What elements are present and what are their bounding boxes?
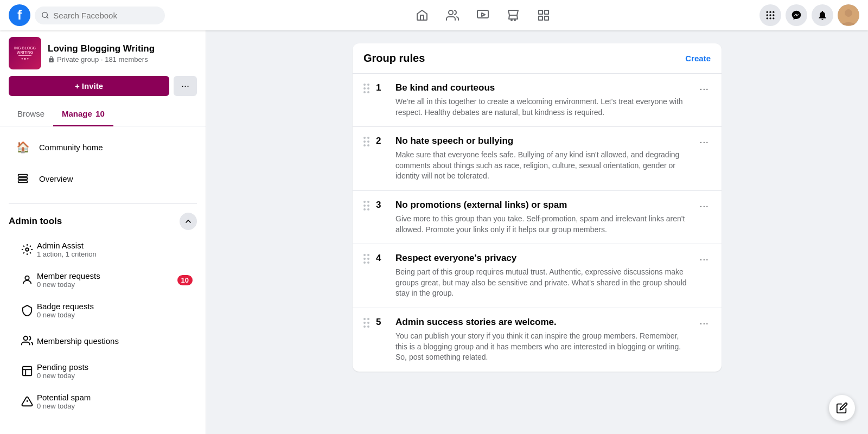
watch-nav-btn[interactable]: [470, 2, 496, 28]
svg-point-14: [767, 14, 768, 16]
admin-item-badge-requests[interactable]: Badge requests 0 new today: [4, 296, 201, 324]
membership-questions-content: Membership questions: [37, 336, 193, 346]
svg-point-13: [773, 11, 774, 13]
main-content: Group rules Create 1 Be kind and courteo…: [206, 30, 868, 434]
rule-number-2: 2: [376, 136, 389, 182]
svg-rect-22: [18, 175, 28, 176]
svg-point-21: [845, 9, 852, 17]
home-nav-btn[interactable]: [409, 2, 435, 28]
sidebar-item-community-home[interactable]: 🏠 Community home: [4, 132, 201, 162]
lock-icon: [48, 56, 55, 63]
tab-browse[interactable]: Browse: [9, 103, 53, 126]
collapse-button[interactable]: [180, 213, 197, 230]
admin-item-membership-questions[interactable]: Membership questions: [4, 327, 201, 355]
svg-rect-10: [545, 16, 548, 20]
rule-desc-2: Make sure that everyone feels safe. Bull…: [395, 150, 691, 182]
drag-handle-5: [363, 317, 369, 363]
rule-desc-4: Being part of this group requires mutual…: [395, 267, 691, 299]
svg-rect-8: [545, 10, 548, 14]
member-requests-badge: 10: [177, 275, 193, 285]
rule-item-1: 1 Be kind and courteous We're all in thi…: [353, 74, 722, 127]
svg-rect-23: [18, 177, 28, 179]
svg-marker-4: [482, 13, 485, 16]
tab-manage[interactable]: Manage 10: [53, 103, 113, 126]
membership-questions-icon: [17, 331, 37, 350]
drag-handle-1: [363, 82, 369, 118]
svg-rect-7: [539, 10, 542, 14]
group-header: ING BLOGGWRITING ● ■ ● Loving Blogging W…: [0, 30, 206, 76]
admin-item-pending-posts[interactable]: Pending posts 0 new today: [4, 357, 201, 385]
rules-card: Group rules Create 1 Be kind and courteo…: [353, 43, 722, 372]
rule-number-5: 5: [376, 317, 389, 363]
svg-point-11: [767, 11, 768, 13]
rule-number-3: 3: [376, 200, 389, 235]
search-box: [35, 7, 165, 24]
more-button[interactable]: ···: [174, 76, 197, 96]
rule-more-btn-4[interactable]: ···: [697, 253, 711, 299]
admin-item-member-requests[interactable]: Member requests 0 new today 10: [4, 266, 201, 294]
marketplace-icon: [507, 9, 520, 22]
tab-row: Browse Manage 10: [0, 103, 206, 126]
member-requests-icon: [17, 270, 37, 290]
svg-rect-24: [18, 181, 28, 182]
rule-desc-5: You can publish your story if you think …: [395, 331, 691, 363]
member-requests-content: Member requests 0 new today: [37, 271, 177, 289]
rule-name-4: Respect everyone's privacy: [395, 253, 691, 264]
group-name: Loving Blogging Writing: [48, 43, 155, 54]
rule-more-btn-1[interactable]: ···: [697, 82, 711, 118]
svg-line-1: [47, 17, 48, 18]
nav-left: f: [9, 4, 215, 26]
messenger-btn[interactable]: [786, 4, 807, 26]
invite-button[interactable]: + Invite: [9, 76, 169, 96]
rule-name-2: No hate speech or bullying: [395, 136, 691, 146]
rule-content-5: Admin success stories are welcome. You c…: [395, 317, 691, 363]
svg-point-27: [24, 336, 28, 340]
drag-handle-4: [363, 253, 369, 299]
top-navigation: f: [0, 0, 868, 30]
search-input[interactable]: [53, 11, 158, 20]
sidebar-item-overview[interactable]: Overview: [4, 163, 201, 194]
rule-more-btn-3[interactable]: ···: [697, 200, 711, 235]
create-rules-link[interactable]: Create: [685, 54, 711, 63]
badge-requests-content: Badge requests 0 new today: [37, 302, 193, 319]
rule-desc-1: We're all in this together to create a w…: [395, 97, 691, 118]
rule-item-4: 4 Respect everyone's privacy Being part …: [353, 244, 722, 308]
edit-icon: [836, 402, 848, 414]
notifications-btn[interactable]: [812, 4, 833, 26]
nav-center: [215, 2, 751, 28]
friends-nav-btn[interactable]: [439, 2, 465, 28]
badge-requests-icon: [17, 301, 37, 320]
rule-desc-3: Give more to this group than you take. S…: [395, 214, 691, 235]
rule-item-2: 2 No hate speech or bullying Make sure t…: [353, 127, 722, 191]
rule-more-btn-5[interactable]: ···: [697, 317, 711, 363]
pending-posts-icon: [17, 361, 37, 381]
admin-item-potential-spam[interactable]: Potential spam 0 new today: [4, 387, 201, 416]
admin-item-admin-assist[interactable]: Admin Assist 1 action, 1 criterion: [4, 235, 201, 264]
bell-icon: [817, 10, 828, 21]
group-meta: Private group · 181 members: [48, 55, 155, 63]
rule-content-4: Respect everyone's privacy Being part of…: [395, 253, 691, 299]
svg-rect-9: [539, 16, 542, 20]
group-avatar-inner: ING BLOGGWRITING ● ■ ●: [9, 37, 41, 69]
compose-button[interactable]: [829, 395, 855, 421]
svg-point-12: [769, 11, 771, 13]
rule-more-btn-2[interactable]: ···: [697, 136, 711, 182]
svg-point-5: [511, 20, 512, 21]
svg-point-16: [773, 14, 774, 16]
drag-handle-3: [363, 200, 369, 235]
menu-nav-btn[interactable]: [531, 2, 557, 28]
rule-number-4: 4: [376, 253, 389, 299]
grid-menu-btn[interactable]: [760, 4, 781, 26]
rule-content-3: No promotions (external links) or spam G…: [395, 200, 691, 235]
nav-right: [751, 4, 859, 26]
pending-posts-content: Pending posts 0 new today: [37, 362, 193, 380]
rules-title: Group rules: [363, 52, 425, 65]
home-icon: [416, 9, 429, 22]
svg-rect-28: [23, 367, 32, 376]
marketplace-nav-btn[interactable]: [500, 2, 526, 28]
svg-point-6: [514, 20, 515, 21]
user-avatar[interactable]: [838, 4, 859, 26]
facebook-logo[interactable]: f: [9, 4, 30, 26]
avatar-img: [838, 4, 859, 26]
grid-icon: [765, 10, 776, 21]
